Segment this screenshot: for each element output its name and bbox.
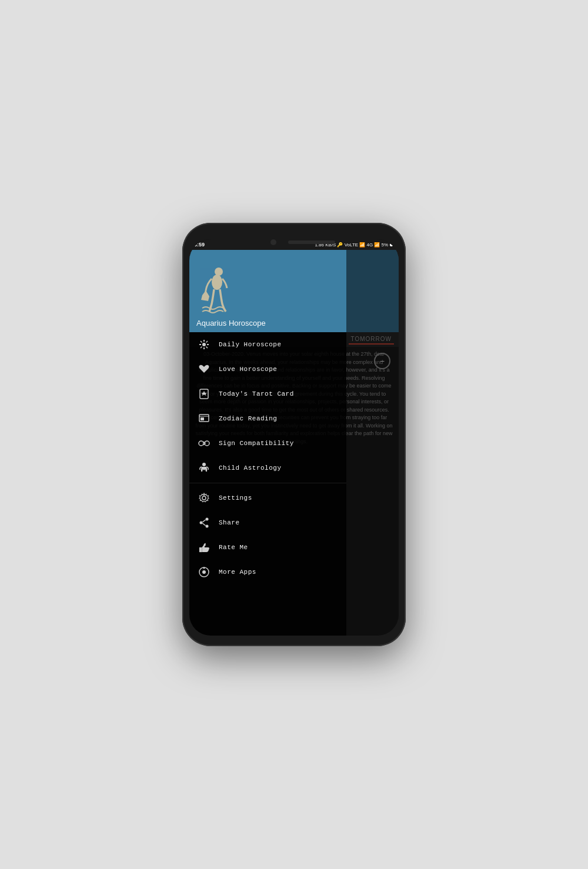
- sign-compatibility-label: Sign Compatibility: [219, 440, 294, 447]
- app-content: TOMORROW 03-October-2020. Venus moves in…: [189, 250, 399, 636]
- svg-point-1: [212, 275, 222, 290]
- svg-rect-14: [201, 417, 204, 420]
- svg-point-19: [206, 518, 209, 521]
- child-astrology-icon: [198, 462, 211, 474]
- menu-item-rate-me[interactable]: Rate Me: [189, 535, 346, 560]
- menu-item-share[interactable]: Share: [189, 510, 346, 535]
- svg-line-8: [206, 347, 208, 349]
- child-astrology-label: Child Astrology: [219, 464, 282, 472]
- svg-point-25: [202, 570, 206, 574]
- svg-line-7: [201, 341, 202, 343]
- tarot-card-icon: [198, 387, 211, 400]
- svg-line-10: [201, 347, 202, 349]
- svg-point-26: [203, 567, 205, 569]
- dismiss-menu-button[interactable]: −: [374, 353, 390, 369]
- settings-icon: [198, 492, 211, 504]
- share-label: Share: [219, 519, 240, 526]
- love-horoscope-icon: [198, 363, 211, 376]
- svg-point-20: [206, 525, 209, 528]
- more-apps-icon: [198, 566, 211, 579]
- rate-me-label: Rate Me: [219, 544, 248, 551]
- sign-compatibility-icon: [198, 437, 211, 450]
- menu-items-list: Daily Horoscope Love Horoscope: [189, 332, 346, 636]
- status-time: 5:59: [194, 242, 205, 248]
- zodiac-reading-icon: [198, 412, 211, 425]
- share-icon: [198, 516, 211, 529]
- more-apps-label: More Apps: [219, 569, 256, 576]
- menu-item-more-apps[interactable]: More Apps: [189, 560, 346, 584]
- svg-line-23: [203, 523, 206, 526]
- menu-item-child-astrology[interactable]: Child Astrology: [189, 456, 346, 480]
- svg-point-21: [200, 522, 203, 524]
- svg-point-2: [202, 343, 206, 346]
- svg-point-15: [199, 441, 203, 446]
- battery-icon: ⏺: [389, 242, 394, 248]
- menu-item-zodiac-reading[interactable]: Zodiac Reading: [189, 406, 346, 431]
- menu-item-todays-tarot[interactable]: Today's Tarot Card: [189, 382, 346, 406]
- menu-header: Aquarius Horoscope: [189, 250, 346, 332]
- aquarius-figure-svg: [196, 266, 238, 319]
- menu-item-love-horoscope[interactable]: Love Horoscope: [189, 357, 346, 382]
- minus-icon: −: [380, 356, 385, 366]
- svg-point-17: [202, 463, 206, 466]
- phone-screen: 5:59 1.86 KB/S 🔑 VoLTE 📶 4G 📶 5% ⏺ TOMOR…: [189, 239, 399, 636]
- menu-divider-1: [189, 483, 346, 483]
- phone-device: 5:59 1.86 KB/S 🔑 VoLTE 📶 4G 📶 5% ⏺ TOMOR…: [182, 223, 406, 646]
- settings-label: Settings: [219, 494, 252, 502]
- love-horoscope-label: Love Horoscope: [219, 366, 277, 373]
- menu-header-title: Aquarius Horoscope: [196, 319, 339, 327]
- daily-horoscope-icon: [198, 338, 211, 351]
- menu-item-sign-compatibility[interactable]: Sign Compatibility: [189, 431, 346, 456]
- svg-line-9: [206, 341, 208, 343]
- zodiac-reading-label: Zodiac Reading: [219, 415, 277, 422]
- battery-level: 5%: [381, 242, 388, 248]
- menu-item-daily-horoscope[interactable]: Daily Horoscope: [189, 332, 346, 357]
- tarot-card-label: Today's Tarot Card: [219, 390, 294, 397]
- svg-point-0: [215, 268, 223, 276]
- side-menu: Aquarius Horoscope: [189, 250, 346, 636]
- svg-line-22: [203, 520, 206, 522]
- signal-icons: 🔑 VoLTE 📶 4G 📶: [337, 242, 380, 248]
- svg-point-18: [202, 496, 206, 500]
- rate-me-icon: [198, 541, 211, 554]
- phone-camera: [270, 239, 276, 245]
- right-scrim[interactable]: [346, 250, 399, 636]
- menu-item-settings[interactable]: Settings: [189, 486, 346, 510]
- daily-horoscope-label: Daily Horoscope: [219, 341, 282, 348]
- phone-speaker: [288, 240, 335, 244]
